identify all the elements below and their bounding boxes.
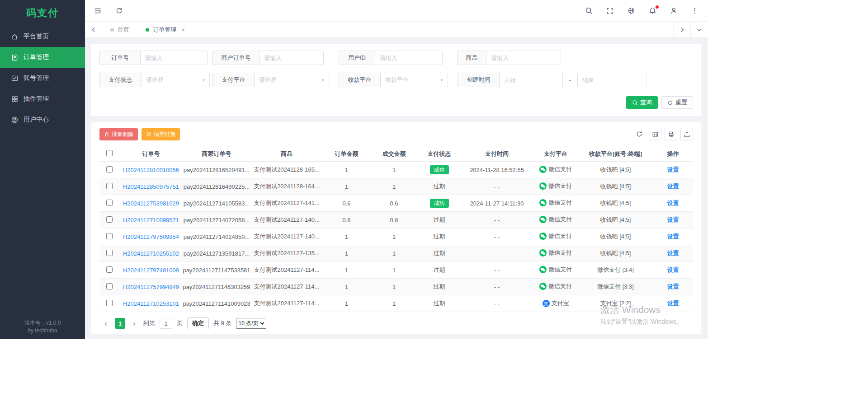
print-button[interactable] [665, 128, 677, 140]
row-settings-link[interactable]: 设置 [667, 283, 679, 290]
order-no-link[interactable]: H2024112710099571 [123, 217, 179, 224]
receiver-cell: 收钱吧 [4:5] [578, 178, 653, 195]
col-paid-amount: 成交金额 [370, 146, 418, 162]
row-settings-link[interactable]: 设置 [667, 250, 679, 256]
merchant-no-input[interactable] [259, 51, 324, 65]
user-id-input[interactable] [375, 51, 443, 65]
platform-label: 微信支付 [548, 232, 572, 240]
tab-label: 订单管理 [153, 26, 176, 34]
more-button[interactable] [690, 6, 699, 15]
profile-button[interactable] [669, 6, 678, 15]
jump-confirm-button[interactable]: 确定 [187, 317, 209, 329]
table-refresh-button[interactable] [634, 128, 645, 140]
row-checkbox[interactable] [106, 250, 113, 256]
pagination: ‹ 1 › 到第 页 确定 共 9 条 10 条/页 [99, 317, 693, 329]
row-checkbox[interactable] [106, 283, 113, 289]
row-checkbox[interactable] [106, 183, 113, 189]
status-badge: 成功 [430, 199, 449, 208]
order-no-link[interactable]: H2024112753981029 [123, 200, 179, 207]
order-no-link[interactable]: H2024112757994849 [123, 284, 179, 290]
sidebar-item-dashboard[interactable]: 平台首页 [0, 26, 85, 47]
row-settings-link[interactable]: 设置 [667, 300, 679, 307]
merchant-no-cell: pay2024112714105583... [183, 195, 250, 212]
search-submit-button[interactable]: 查询 [626, 96, 658, 109]
order-no-link[interactable]: H2024112710253101 [123, 300, 179, 307]
order-no-input[interactable] [140, 51, 208, 65]
order-no-link[interactable]: H2024112850975751 [123, 183, 179, 190]
row-checkbox[interactable] [106, 233, 113, 239]
row-checkbox[interactable] [106, 300, 113, 306]
filter-panel: 订单号 商户订单号 用户ID 商品 [91, 44, 701, 116]
tab-close-icon[interactable]: × [181, 27, 185, 33]
row-settings-link[interactable]: 设置 [667, 200, 679, 206]
tabs-menu-button[interactable] [690, 22, 708, 37]
status-badge: 过期 [434, 250, 445, 256]
total-count-label: 共 9 条 [213, 319, 231, 327]
order-no-link[interactable]: H2024112797481009 [123, 267, 179, 274]
status-badge: 成功 [430, 165, 449, 174]
row-settings-link[interactable]: 设置 [667, 166, 679, 173]
paid-amount-cell: 0.6 [370, 195, 418, 212]
table-row: H2024112850975751 pay2024112816490225...… [99, 178, 693, 195]
product-cell: 支付测试20241128-165... [250, 162, 323, 178]
credit-text: by techhaha [0, 327, 85, 335]
search-button[interactable] [584, 6, 593, 15]
pay-status-select[interactable]: 请选择 ▾ [141, 73, 210, 87]
product-input[interactable] [486, 51, 561, 65]
row-checkbox[interactable] [106, 216, 113, 223]
language-button[interactable] [627, 6, 636, 15]
col-pay-time: 支付时间 [461, 146, 533, 162]
order-no-link[interactable]: H2024112797509854 [123, 233, 179, 240]
tabs-scroll-left-button[interactable] [85, 22, 102, 37]
row-settings-link[interactable]: 设置 [667, 266, 679, 273]
receive-platform-select[interactable]: 收款平台 ▾ [380, 73, 448, 87]
row-checkbox[interactable] [106, 266, 113, 273]
jump-prefix-label: 到第 [143, 319, 155, 327]
fullscreen-button[interactable] [605, 6, 614, 15]
pay-platform-select[interactable]: 请选择 ▾ [254, 73, 329, 87]
pay-time-cell: - - [461, 279, 533, 295]
merchant-no-cell: pay2024112714072058... [183, 212, 250, 228]
page-refresh-button[interactable] [114, 6, 123, 15]
col-receiver: 收款平台[账号:终端] [578, 146, 653, 162]
row-checkbox[interactable] [106, 166, 113, 173]
jump-page-input[interactable] [160, 318, 172, 329]
date-end-input[interactable] [577, 73, 646, 87]
row-checkbox[interactable] [106, 200, 113, 206]
export-button[interactable] [680, 128, 693, 140]
batch-delete-button[interactable]: 批量删除 [99, 128, 138, 140]
paid-amount-cell: 1 [370, 279, 418, 295]
menu-collapse-button[interactable] [93, 6, 102, 15]
select-all-checkbox[interactable] [106, 150, 113, 156]
filter-label: 订单号 [99, 51, 140, 65]
row-settings-link[interactable]: 设置 [667, 183, 679, 190]
sidebar-item-user-center[interactable]: 用户中心 [0, 109, 85, 130]
tab-home[interactable]: 首页 [102, 22, 137, 37]
table-row: H2024112753981029 pay2024112714105583...… [99, 195, 693, 212]
pagination-next-button[interactable]: › [130, 318, 139, 329]
table-row: H2024112757994849 pay202411271146303259 … [99, 279, 693, 295]
select-placeholder: 请选择 [146, 76, 164, 84]
clear-icon [146, 131, 151, 137]
sidebar-item-accounts[interactable]: 账号管理 [0, 68, 85, 89]
sidebar-item-plugins[interactable]: 插件管理 [0, 89, 85, 109]
platform-cell: 支 微信支付 [539, 282, 572, 290]
sidebar-item-orders[interactable]: 订单管理 [0, 47, 85, 68]
pagination-page-button[interactable]: 1 [115, 318, 125, 329]
date-start-input[interactable] [499, 73, 563, 87]
tab-order-management[interactable]: 订单管理 × [137, 22, 193, 37]
page-size-select[interactable]: 10 条/页 [236, 318, 266, 329]
merchant-no-cell: pay2024112713591817... [183, 245, 250, 262]
tabs-scroll-right-button[interactable] [673, 22, 690, 37]
reset-button[interactable]: 重置 [661, 96, 693, 109]
clear-expired-button[interactable]: 清空过期 [142, 128, 180, 140]
pagination-prev-button[interactable]: ‹ [101, 318, 110, 329]
filter-label: 收款平台 [339, 73, 380, 87]
user-circle-icon [11, 116, 19, 124]
column-settings-button[interactable] [649, 128, 661, 140]
notifications-button[interactable] [648, 6, 657, 15]
order-no-link[interactable]: H2024112810010056 [123, 167, 179, 173]
order-no-link[interactable]: H2024112710255102 [123, 250, 179, 257]
row-settings-link[interactable]: 设置 [667, 216, 679, 223]
row-settings-link[interactable]: 设置 [667, 233, 679, 240]
